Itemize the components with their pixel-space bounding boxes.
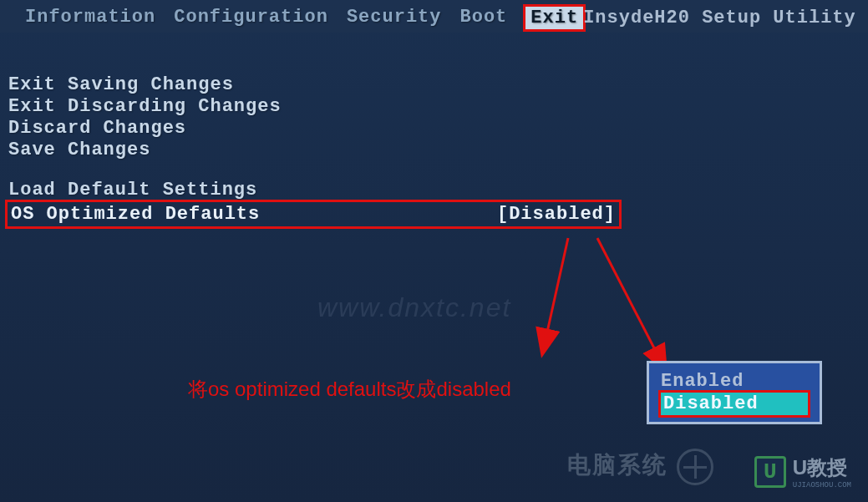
menu-exit-discarding[interactable]: Exit Discarding Changes: [8, 96, 860, 117]
os-optimized-label: OS Optimized Defaults: [11, 204, 260, 225]
tab-boot[interactable]: Boot: [460, 7, 508, 29]
option-popup: Enabled Disabled: [647, 361, 822, 424]
watermark-sub-text: UJIAOSHOU.COM: [793, 481, 851, 489]
watermark-main-text: U教授: [793, 456, 847, 479]
menu-os-optimized-defaults[interactable]: OS Optimized Defaults [Disabled]: [5, 200, 622, 229]
utility-title: InsydeH20 Setup Utility: [583, 8, 856, 28]
annotation-text: 将os optimized defaults改成disabled: [188, 376, 511, 403]
tab-security[interactable]: Security: [347, 7, 442, 29]
tab-exit[interactable]: Exit: [523, 4, 586, 32]
watermark-logo: U U教授 UJIAOSHOU.COM: [754, 454, 851, 489]
content-area: Exit Saving Changes Exit Discarding Chan…: [0, 33, 868, 229]
menu-save-changes[interactable]: Save Changes: [8, 139, 860, 160]
menu-exit-saving[interactable]: Exit Saving Changes: [8, 74, 860, 95]
bios-setup-screen: Information Configuration Security Boot …: [0, 0, 868, 502]
os-optimized-value: [Disabled]: [497, 204, 616, 225]
svg-line-1: [543, 238, 568, 351]
option-disabled[interactable]: Disabled: [658, 390, 810, 418]
tab-bar: Information Configuration Security Boot …: [25, 7, 583, 29]
watermark-left-text: 电脑系统: [567, 449, 667, 481]
tab-configuration[interactable]: Configuration: [174, 7, 328, 29]
menu-load-defaults[interactable]: Load Default Settings: [8, 180, 860, 200]
menu-discard-changes[interactable]: Discard Changes: [8, 118, 860, 139]
watermark-circle-icon: [677, 449, 713, 485]
tab-information[interactable]: Information: [25, 7, 155, 29]
top-bar: Information Configuration Security Boot …: [0, 0, 868, 33]
option-enabled[interactable]: Enabled: [661, 370, 808, 393]
watermark-badge: U: [754, 456, 786, 488]
svg-line-3: [597, 238, 664, 368]
watermark-url: www.dnxtc.net: [317, 292, 511, 323]
